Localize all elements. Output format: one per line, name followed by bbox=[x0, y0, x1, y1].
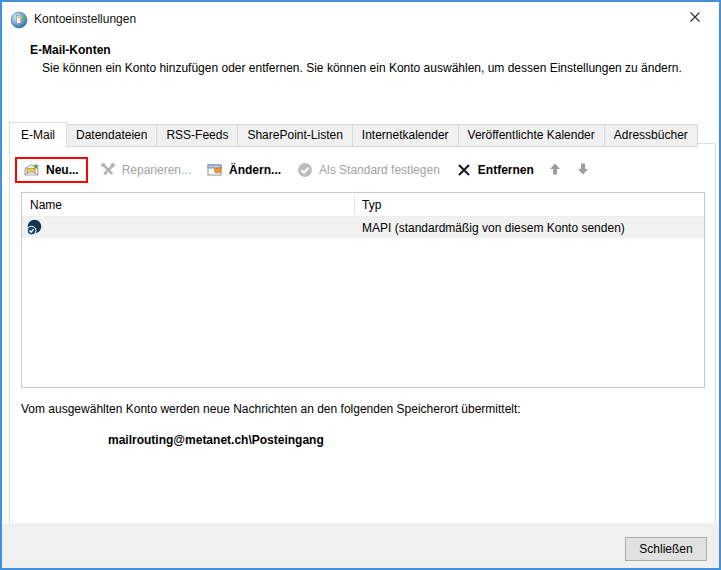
set-default-label: Als Standard festlegen bbox=[319, 163, 440, 177]
close-icon bbox=[689, 11, 701, 26]
new-account-button[interactable]: Neu... bbox=[15, 157, 88, 183]
window-close-button[interactable] bbox=[673, 4, 717, 33]
column-header-name[interactable]: Name bbox=[30, 198, 62, 212]
repair-account-label: Reparieren... bbox=[122, 163, 191, 177]
remove-account-label: Entfernen bbox=[478, 163, 534, 177]
accounts-list-header: Name Typ bbox=[22, 193, 704, 217]
tab-rss-feeds[interactable]: RSS-Feeds bbox=[156, 124, 238, 147]
default-check-icon bbox=[297, 162, 313, 178]
move-down-button[interactable] bbox=[570, 157, 598, 183]
tabstrip: E-Mail Datendateien RSS-Feeds SharePoint… bbox=[9, 121, 697, 147]
change-account-button[interactable]: Ändern... bbox=[199, 157, 289, 183]
repair-account-button[interactable]: Reparieren... bbox=[92, 157, 199, 183]
close-dialog-button[interactable]: Schließen bbox=[625, 537, 707, 561]
delivery-location: mailrouting@metanet.ch\Posteingang bbox=[108, 433, 324, 447]
change-form-icon bbox=[207, 162, 223, 178]
tab-address-books[interactable]: Adressbücher bbox=[604, 124, 698, 147]
default-account-icon bbox=[26, 219, 43, 239]
account-row[interactable]: MAPI (standardmäßig von diesem Konto sen… bbox=[22, 217, 704, 238]
accounts-list: Name Typ MAPI (standardmäßig von diesem … bbox=[21, 192, 705, 388]
arrow-down-icon bbox=[576, 162, 592, 178]
remove-account-button[interactable]: Entfernen bbox=[448, 157, 542, 183]
page-title: E-Mail-Konten bbox=[30, 43, 111, 57]
app-icon bbox=[10, 11, 26, 27]
dialog-footer: Schließen bbox=[2, 523, 719, 568]
accounts-toolbar: Neu... Reparieren... bbox=[15, 154, 598, 186]
change-account-label: Ändern... bbox=[229, 163, 281, 177]
delivery-note: Vom ausgewählten Konto werden neue Nachr… bbox=[21, 402, 521, 416]
remove-x-icon bbox=[456, 162, 472, 178]
account-settings-dialog: Kontoeinstellungen E-Mail-Konten Sie kön… bbox=[0, 0, 721, 570]
arrow-up-icon bbox=[548, 162, 564, 178]
set-default-button[interactable]: Als Standard festlegen bbox=[289, 157, 448, 183]
page-description: Sie können ein Konto hinzufügen oder ent… bbox=[42, 60, 697, 77]
new-account-label: Neu... bbox=[46, 163, 79, 177]
window-title: Kontoeinstellungen bbox=[34, 12, 136, 26]
tab-internet-calendars[interactable]: Internetkalender bbox=[352, 124, 459, 147]
titlebar: Kontoeinstellungen bbox=[2, 2, 719, 35]
tab-published-calendars[interactable]: Veröffentlichte Kalender bbox=[458, 124, 605, 147]
tab-sharepoint-lists[interactable]: SharePoint-Listen bbox=[237, 124, 352, 147]
account-type: MAPI (standardmäßig von diesem Konto sen… bbox=[362, 221, 625, 235]
tab-email[interactable]: E-Mail bbox=[9, 122, 67, 148]
column-header-type[interactable]: Typ bbox=[362, 198, 381, 212]
move-up-button[interactable] bbox=[542, 157, 570, 183]
new-mail-icon bbox=[24, 162, 40, 178]
repair-tools-icon bbox=[100, 162, 116, 178]
email-tab-page: Neu... Reparieren... bbox=[9, 143, 716, 525]
tab-data-files[interactable]: Datendateien bbox=[66, 124, 157, 147]
column-divider bbox=[354, 196, 355, 214]
